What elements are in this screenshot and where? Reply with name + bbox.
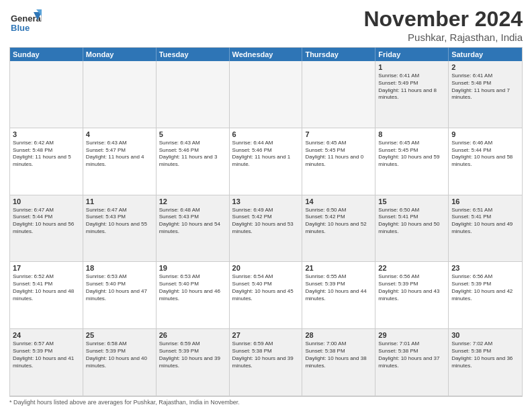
day-info: Sunrise: 6:41 AMSunset: 5:49 PMDaylight:… (378, 73, 445, 101)
day-number: 14 (305, 197, 372, 205)
day-number: 18 (86, 264, 153, 272)
day-number: 4 (86, 130, 153, 138)
top-section: General Blue November 2024 Pushkar, Raja… (9, 7, 523, 43)
calendar-grid: 1Sunrise: 6:41 AMSunset: 5:49 PMDaylight… (10, 61, 522, 396)
calendar-cell: 27Sunrise: 6:59 AMSunset: 5:38 PMDayligh… (230, 329, 303, 396)
day-info: Sunrise: 6:44 AMSunset: 5:46 PMDaylight:… (232, 140, 300, 169)
day-number: 19 (159, 264, 226, 272)
month-title: November 2024 (363, 7, 523, 32)
day-number: 2 (451, 63, 519, 71)
calendar-cell: 7Sunrise: 6:45 AMSunset: 5:45 PMDaylight… (302, 128, 375, 195)
day-info: Sunrise: 6:45 AMSunset: 5:45 PMDaylight:… (378, 140, 445, 169)
calendar-cell: 4Sunrise: 6:43 AMSunset: 5:47 PMDaylight… (83, 128, 157, 195)
svg-text:Blue: Blue (11, 23, 30, 33)
day-info: Sunrise: 6:41 AMSunset: 5:48 PMDaylight:… (451, 73, 519, 101)
day-number: 30 (451, 331, 519, 339)
day-info: Sunrise: 7:00 AMSunset: 5:38 PMDaylight:… (305, 340, 372, 369)
calendar-cell: 17Sunrise: 6:52 AMSunset: 5:41 PMDayligh… (10, 262, 83, 329)
calendar-cell: 1Sunrise: 6:41 AMSunset: 5:49 PMDaylight… (375, 61, 449, 128)
day-info: Sunrise: 6:43 AMSunset: 5:46 PMDaylight:… (159, 140, 226, 169)
day-number: 1 (378, 63, 445, 71)
day-number: 29 (378, 331, 445, 339)
day-info: Sunrise: 6:59 AMSunset: 5:38 PMDaylight:… (232, 340, 300, 369)
day-number: 25 (86, 331, 153, 339)
day-info: Sunrise: 7:02 AMSunset: 5:38 PMDaylight:… (451, 340, 519, 369)
day-info: Sunrise: 6:56 AMSunset: 5:39 PMDaylight:… (451, 273, 519, 302)
day-info: Sunrise: 6:55 AMSunset: 5:39 PMDaylight:… (305, 273, 372, 302)
day-number: 6 (232, 130, 300, 138)
day-info: Sunrise: 6:47 AMSunset: 5:43 PMDaylight:… (86, 207, 153, 236)
day-number: 12 (159, 197, 226, 205)
day-number: 22 (378, 264, 445, 272)
day-number: 20 (232, 264, 300, 272)
day-number: 3 (13, 130, 80, 138)
day-info: Sunrise: 6:56 AMSunset: 5:39 PMDaylight:… (378, 273, 445, 302)
calendar-cell: 22Sunrise: 6:56 AMSunset: 5:39 PMDayligh… (375, 262, 449, 329)
calendar-cell: 24Sunrise: 6:57 AMSunset: 5:39 PMDayligh… (10, 329, 83, 396)
day-number: 26 (159, 331, 226, 339)
day-info: Sunrise: 7:01 AMSunset: 5:38 PMDaylight:… (378, 340, 445, 369)
header-tuesday: Tuesday (157, 48, 230, 61)
day-number: 10 (13, 197, 80, 205)
day-info: Sunrise: 6:47 AMSunset: 5:44 PMDaylight:… (13, 207, 80, 236)
day-number: 5 (159, 130, 226, 138)
calendar-cell: 5Sunrise: 6:43 AMSunset: 5:46 PMDaylight… (157, 128, 230, 195)
calendar-cell: 10Sunrise: 6:47 AMSunset: 5:44 PMDayligh… (10, 195, 83, 263)
day-info: Sunrise: 6:58 AMSunset: 5:39 PMDaylight:… (86, 340, 153, 369)
calendar-cell: 6Sunrise: 6:44 AMSunset: 5:46 PMDaylight… (230, 128, 303, 195)
calendar-cell (230, 61, 303, 128)
calendar-cell: 16Sunrise: 6:51 AMSunset: 5:41 PMDayligh… (449, 195, 522, 263)
day-info: Sunrise: 6:53 AMSunset: 5:40 PMDaylight:… (159, 273, 226, 302)
calendar-cell: 25Sunrise: 6:58 AMSunset: 5:39 PMDayligh… (83, 329, 157, 396)
calendar-cell (157, 61, 230, 128)
calendar-header: Sunday Monday Tuesday Wednesday Thursday… (10, 48, 522, 61)
day-number: 9 (451, 130, 519, 138)
day-number: 7 (305, 130, 372, 138)
calendar-cell: 15Sunrise: 6:50 AMSunset: 5:41 PMDayligh… (375, 195, 449, 263)
day-info: Sunrise: 6:50 AMSunset: 5:41 PMDaylight:… (378, 207, 445, 236)
day-info: Sunrise: 6:46 AMSunset: 5:44 PMDaylight:… (451, 140, 519, 169)
day-info: Sunrise: 6:52 AMSunset: 5:41 PMDaylight:… (13, 273, 80, 302)
calendar-cell: 9Sunrise: 6:46 AMSunset: 5:44 PMDaylight… (449, 128, 522, 195)
calendar-cell: 29Sunrise: 7:01 AMSunset: 5:38 PMDayligh… (375, 329, 449, 396)
day-info: Sunrise: 6:49 AMSunset: 5:42 PMDaylight:… (232, 207, 300, 236)
footer-note: * Daylight hours listed above are averag… (9, 399, 523, 406)
day-number: 11 (86, 197, 153, 205)
calendar: Sunday Monday Tuesday Wednesday Thursday… (9, 47, 523, 397)
calendar-cell: 14Sunrise: 6:50 AMSunset: 5:42 PMDayligh… (302, 195, 375, 263)
day-info: Sunrise: 6:43 AMSunset: 5:47 PMDaylight:… (86, 140, 153, 169)
day-info: Sunrise: 6:53 AMSunset: 5:40 PMDaylight:… (86, 273, 153, 302)
calendar-cell: 23Sunrise: 6:56 AMSunset: 5:39 PMDayligh… (449, 262, 522, 329)
calendar-cell: 30Sunrise: 7:02 AMSunset: 5:38 PMDayligh… (449, 329, 522, 396)
calendar-cell (10, 61, 83, 128)
calendar-cell: 3Sunrise: 6:42 AMSunset: 5:48 PMDaylight… (10, 128, 83, 195)
day-number: 28 (305, 331, 372, 339)
day-number: 8 (378, 130, 445, 138)
day-number: 24 (13, 331, 80, 339)
calendar-cell: 8Sunrise: 6:45 AMSunset: 5:45 PMDaylight… (375, 128, 449, 195)
day-number: 16 (451, 197, 519, 205)
day-info: Sunrise: 6:48 AMSunset: 5:43 PMDaylight:… (159, 207, 226, 236)
day-info: Sunrise: 6:45 AMSunset: 5:45 PMDaylight:… (305, 140, 372, 169)
day-number: 23 (451, 264, 519, 272)
calendar-cell (83, 61, 157, 128)
day-number: 27 (232, 331, 300, 339)
calendar-cell: 11Sunrise: 6:47 AMSunset: 5:43 PMDayligh… (83, 195, 157, 263)
calendar-cell: 21Sunrise: 6:55 AMSunset: 5:39 PMDayligh… (302, 262, 375, 329)
calendar-cell: 26Sunrise: 6:59 AMSunset: 5:39 PMDayligh… (157, 329, 230, 396)
logo: General Blue (9, 7, 42, 34)
header-saturday: Saturday (449, 48, 522, 61)
day-info: Sunrise: 6:42 AMSunset: 5:48 PMDaylight:… (13, 140, 80, 169)
day-number: 21 (305, 264, 372, 272)
calendar-cell: 20Sunrise: 6:54 AMSunset: 5:40 PMDayligh… (230, 262, 303, 329)
page: General Blue November 2024 Pushkar, Raja… (0, 0, 532, 411)
day-info: Sunrise: 6:50 AMSunset: 5:42 PMDaylight:… (305, 207, 372, 236)
calendar-cell: 2Sunrise: 6:41 AMSunset: 5:48 PMDaylight… (449, 61, 522, 128)
calendar-cell (302, 61, 375, 128)
calendar-cell: 18Sunrise: 6:53 AMSunset: 5:40 PMDayligh… (83, 262, 157, 329)
title-section: November 2024 Pushkar, Rajasthan, India (363, 7, 523, 43)
calendar-cell: 12Sunrise: 6:48 AMSunset: 5:43 PMDayligh… (157, 195, 230, 263)
header-friday: Friday (375, 48, 449, 61)
day-info: Sunrise: 6:57 AMSunset: 5:39 PMDaylight:… (13, 340, 80, 369)
day-number: 15 (378, 197, 445, 205)
